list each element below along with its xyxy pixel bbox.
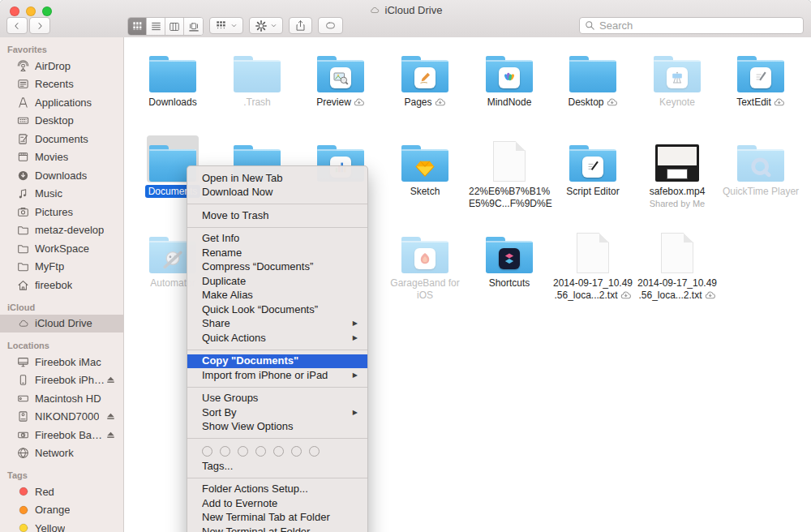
file-22-e6-b7-b1-e5-9c-f-9d-e[interactable]: 22%E6%B7%B1% E5%9C...F%9D%E — [469, 136, 550, 210]
share-button[interactable] — [289, 17, 312, 34]
menu-item-folder-actions-setup[interactable]: Folder Actions Setup... — [187, 483, 367, 497]
sidebar-item-desktop[interactable]: Desktop — [0, 112, 123, 131]
file-trash[interactable]: .Trash — [217, 47, 298, 109]
menu-item-add-to-evernote[interactable]: Add to Evernote — [187, 496, 367, 511]
sidebar-item-recents[interactable]: Recents — [0, 75, 123, 94]
menu-item-open-in-new-tab[interactable]: Open in New Tab — [187, 171, 367, 186]
menu-item-share[interactable]: Share▶ — [187, 317, 367, 332]
file-2014-09-17-10-49-56-loca-2-txt[interactable]: 2014-09-17_10.49 .56_loca...2.txt — [552, 228, 633, 302]
tag-circle[interactable] — [309, 446, 320, 457]
file-preview[interactable]: Preview — [300, 47, 381, 109]
menu-item-show-view-options[interactable]: Show View Options — [187, 420, 367, 435]
tag-circle[interactable] — [291, 446, 302, 457]
file-desktop[interactable]: Desktop — [552, 47, 633, 109]
close-window-button[interactable] — [10, 6, 19, 16]
sidebar: FavoritesAirDropRecentsApplicationsDeskt… — [0, 37, 124, 532]
sidebar-item-nikond7000[interactable]: NIKOND7000 — [0, 408, 123, 427]
file-name: 2014-09-17_10.49 .56_loca...2.txt — [637, 277, 718, 302]
menu-item-duplicate[interactable]: Duplicate — [187, 274, 367, 289]
sidebar-item-label: WorkSpace — [35, 242, 89, 255]
back-button[interactable] — [6, 17, 28, 34]
sidebar-section-title: Locations — [0, 332, 123, 353]
file-sketch[interactable]: Sketch — [384, 136, 466, 198]
menu-item-copy-documents[interactable]: Copy "Documents" — [187, 354, 367, 369]
sidebar-item-documents[interactable]: Documents — [0, 130, 123, 148]
file-script-editor[interactable]: Script Editor — [552, 136, 633, 198]
sidebar-item-workspace[interactable]: WorkSpace — [0, 239, 123, 258]
action-menu-button[interactable] — [249, 17, 283, 34]
sidebar-item-red[interactable]: Red — [0, 483, 123, 501]
eject-icon[interactable] — [105, 411, 116, 422]
iphone-icon — [16, 374, 30, 386]
eject-icon[interactable] — [105, 375, 116, 385]
tag-circle[interactable] — [220, 446, 230, 457]
menu-item-quick-actions[interactable]: Quick Actions▶ — [187, 331, 367, 345]
menu-item-compress-documents[interactable]: Compress “Documents” — [187, 260, 367, 275]
file-name: QuickTime Player — [720, 186, 801, 198]
sidebar-item-fireebok-imac[interactable]: Fireebok iMac — [0, 353, 123, 371]
file-pages[interactable]: Pages — [384, 47, 466, 109]
edit-tags-button[interactable] — [318, 17, 343, 34]
menu-item-quick-look-documents[interactable]: Quick Look “Documents” — [187, 302, 367, 317]
folder-icon — [16, 260, 30, 272]
sidebar-item-fireebok-iphone[interactable]: Fireebok iPhone — [0, 371, 123, 390]
menu-item-move-to-trash[interactable]: Move to Trash — [187, 208, 367, 223]
tag-dot-icon — [16, 522, 30, 532]
file-quicktime-player[interactable]: QuickTime Player — [720, 136, 801, 198]
file-shortcuts[interactable]: Shortcuts — [469, 228, 550, 290]
menu-item-use-groups[interactable]: Use Groups — [187, 392, 367, 406]
sidebar-item-metaz-develop[interactable]: metaz-develop — [0, 221, 123, 240]
document-icon — [577, 233, 609, 273]
file-2014-09-17-10-49-56-loca-2-txt[interactable]: 2014-09-17_10.49 .56_loca...2.txt — [637, 228, 718, 302]
menu-item-new-terminal-at-folder[interactable]: New Terminal at Folder — [187, 525, 367, 532]
menu-item-download-now[interactable]: Download Now — [187, 186, 367, 200]
minimize-window-button[interactable] — [26, 6, 36, 16]
column-view-icon — [168, 22, 181, 32]
tag-circle[interactable] — [255, 446, 266, 457]
sidebar-item-yellow[interactable]: Yellow — [0, 519, 123, 532]
sidebar-item-fireebok[interactable]: fireebok — [0, 276, 123, 294]
sidebar-item-airdrop[interactable]: AirDrop — [0, 57, 123, 75]
cloud-download-icon — [774, 97, 785, 109]
search-input[interactable] — [580, 18, 803, 33]
sidebar-item-pictures[interactable]: Pictures — [0, 203, 123, 221]
file-mindnode[interactable]: MindNode — [469, 47, 550, 109]
eject-icon[interactable] — [105, 430, 116, 440]
column-view-button[interactable] — [165, 18, 184, 35]
menu-item-new-terminal-tab-at-folder[interactable]: New Terminal Tab at Folder — [187, 511, 367, 526]
menu-item-make-alias[interactable]: Make Alias — [187, 289, 367, 303]
coverflow-view-button[interactable] — [184, 18, 203, 35]
menu-item-label: Duplicate — [202, 276, 358, 288]
group-by-button[interactable] — [209, 17, 243, 34]
sidebar-item-downloads[interactable]: Downloads — [0, 166, 123, 185]
sidebar-item-music[interactable]: Music — [0, 185, 123, 204]
forward-button[interactable] — [29, 17, 50, 34]
tag-circle[interactable] — [273, 446, 284, 457]
movies-icon — [16, 151, 30, 163]
sidebar-item-movies[interactable]: Movies — [0, 148, 123, 167]
zoom-window-button[interactable] — [42, 6, 52, 16]
menu-item-rename[interactable]: Rename — [187, 246, 367, 260]
file-safebox-mp4[interactable]: safebox.mp4Shared by Me — [637, 136, 718, 208]
file-textedit[interactable]: TextEdit — [720, 47, 801, 109]
file-keynote[interactable]: Keynote — [637, 47, 718, 109]
sidebar-item-macintosh-hd[interactable]: Macintosh HD — [0, 389, 123, 408]
menu-item-import-from-iphone-or-ipad[interactable]: Import from iPhone or iPad▶ — [187, 368, 367, 383]
sidebar-item-icloud-drive[interactable]: iCloud Drive — [0, 315, 123, 333]
menu-item-label: New Terminal Tab at Folder — [202, 512, 358, 524]
sidebar-item-orange[interactable]: Orange — [0, 501, 123, 520]
sidebar-item-myftp[interactable]: MyFtp — [0, 258, 123, 277]
sidebar-item-applications[interactable]: Applications — [0, 93, 123, 112]
preview-app-icon — [330, 67, 351, 88]
sidebar-item-network[interactable]: Network — [0, 444, 123, 463]
file-garageband-for-ios[interactable]: GarageBand for iOS — [384, 228, 466, 302]
tag-circle[interactable] — [238, 446, 248, 457]
tag-circle[interactable] — [202, 446, 212, 457]
menu-item-tags[interactable]: Tags... — [187, 459, 367, 474]
menu-item-get-info[interactable]: Get Info — [187, 232, 367, 247]
list-view-button[interactable] — [147, 18, 165, 35]
file-downloads[interactable]: Downloads — [132, 47, 213, 109]
icon-view-button[interactable] — [128, 18, 147, 35]
sidebar-item-fireebok-backu[interactable]: Fireebok Backu... — [0, 426, 123, 444]
menu-item-sort-by[interactable]: Sort By▶ — [187, 405, 367, 420]
